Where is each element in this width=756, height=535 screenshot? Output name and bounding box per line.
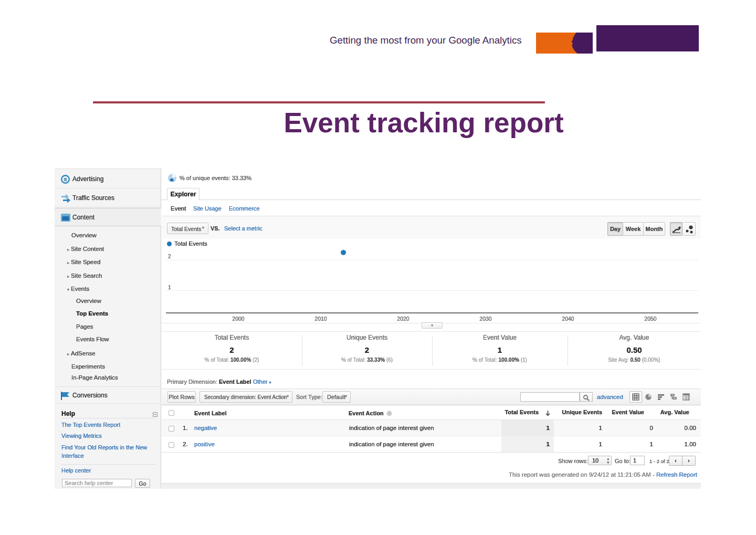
- svg-text:?: ?: [388, 411, 391, 416]
- svg-text:S: S: [64, 176, 67, 182]
